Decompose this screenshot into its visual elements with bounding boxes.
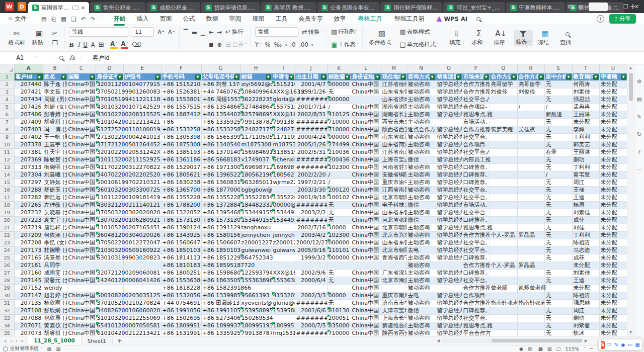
cell[interactable]: 271302200004241013 — [96, 134, 123, 141]
cell[interactable]: +86 18056219 — [161, 171, 201, 179]
cell[interactable]: China中国 — [67, 104, 96, 111]
filter-dropdown-icon[interactable]: ▼ — [61, 74, 66, 80]
cell[interactable]: China中国 — [67, 307, 96, 315]
cell[interactable]: 主动咨询 — [407, 270, 436, 277]
cell[interactable]: 何依涵 (女 — [43, 232, 67, 239]
cell[interactable]: 文静如 (女 — [43, 179, 67, 187]
cell[interactable]: ######### — [295, 300, 327, 307]
cell[interactable]: 陕西省西安 — [381, 330, 407, 336]
row-header-27[interactable]: 27 — [0, 270, 14, 277]
column-header-J[interactable]: J — [295, 64, 327, 73]
cell[interactable]: 180562196 — [272, 171, 295, 179]
cell[interactable]: 李婵 — [572, 126, 599, 134]
cell[interactable]: China中国 — [351, 89, 381, 96]
cell[interactable]: m1875308 — [272, 141, 295, 149]
cell[interactable]: 被动咨询 — [407, 262, 436, 270]
cell[interactable]: China中国 — [351, 111, 381, 119]
cell[interactable]: 155751588 — [272, 104, 295, 111]
help-icon[interactable]: ? — [638, 149, 641, 155]
cell[interactable]: / — [544, 104, 572, 111]
filter-dropdown-icon[interactable]: ▼ — [430, 74, 435, 80]
cell[interactable]: 2000/7/5 — [295, 322, 327, 330]
row-header-6[interactable]: 6 — [0, 111, 14, 119]
cell[interactable] — [351, 262, 381, 270]
cell[interactable]: 207265 — [14, 202, 43, 209]
cell[interactable]: 胡睿琪 (女 — [43, 119, 67, 126]
cell[interactable]: 135522834 — [240, 194, 272, 202]
cell[interactable]: +86 1391129694 — [201, 224, 240, 232]
cell[interactable] — [490, 156, 517, 164]
cell[interactable]: 微信 — [407, 156, 436, 164]
align-center-button[interactable]: ≡ — [192, 41, 197, 48]
cell[interactable]: China中国 — [351, 141, 381, 149]
cell[interactable]: China中国 — [67, 232, 96, 239]
cell[interactable]: China中国 — [351, 315, 381, 322]
row-header-31[interactable]: 31 — [0, 300, 14, 307]
header-cell[interactable]: 咨询方式▼ — [407, 73, 436, 81]
vertical-scrollbar-thumb[interactable] — [629, 73, 633, 101]
cell[interactable] — [490, 247, 517, 254]
cell[interactable]: 口碑推荐, — [462, 270, 490, 277]
sheet-tab-Sheet1[interactable]: Sheet1 — [82, 336, 113, 345]
cell[interactable] — [517, 322, 544, 330]
cell[interactable]: 无 — [544, 156, 572, 164]
cell[interactable]: 210303200509160922 — [96, 247, 123, 254]
edit-icon[interactable]: ✎ — [637, 114, 641, 120]
cell[interactable]: 180995193 — [240, 322, 272, 330]
cell[interactable]: 社交平台,/ — [462, 149, 490, 156]
file-tab[interactable]: S常州公积金 .xlsx — [90, 2, 145, 13]
row-header-28[interactable]: 28 — [0, 277, 14, 285]
cell[interactable]: 未分配 — [599, 96, 627, 104]
cell[interactable]: guiwanwei — [272, 247, 295, 254]
cell[interactable]: 主动咨询 — [407, 104, 436, 111]
cell[interactable]: 2002/9/6 — [295, 270, 327, 277]
cell[interactable]: China中国 — [351, 119, 381, 126]
column-header-Q[interactable]: Q — [490, 64, 517, 73]
eye-protect-icon[interactable]: ◉ — [519, 346, 523, 351]
cell[interactable]: 河北省张家 — [381, 217, 407, 224]
cell[interactable]: 无 — [544, 270, 572, 277]
cell[interactable]: +86 1506607386 — [201, 239, 240, 247]
cell[interactable] — [517, 217, 544, 224]
cell[interactable]: China中国 — [351, 247, 381, 254]
cell[interactable]: 未分配 — [572, 262, 599, 270]
row-header-22[interactable]: 22 — [0, 232, 14, 239]
cell[interactable]: 杨欣雨 (女 — [43, 300, 67, 307]
cell[interactable]: 口碑推荐, — [462, 217, 490, 224]
cell[interactable]: China中国 — [67, 89, 96, 96]
font-size-select[interactable]: 11˅ — [132, 27, 154, 37]
share-button[interactable]: ⤴分享 — [609, 14, 636, 24]
cell[interactable]: China中国 — [67, 239, 96, 247]
cell[interactable]: +86 1899937166 — [201, 322, 240, 330]
cell[interactable]: 155363896 — [240, 277, 272, 285]
cell[interactable]: 丁利利 — [572, 164, 599, 171]
cell[interactable]: 207369 — [14, 156, 43, 164]
tab-插入[interactable]: 插入 — [131, 14, 154, 24]
cell[interactable]: 340826200106060020 — [96, 307, 123, 315]
cell[interactable]: +86 15606475 — [161, 239, 201, 247]
cell[interactable]: 无 — [544, 232, 572, 239]
ink-icon[interactable]: ⊞˅ — [528, 346, 533, 351]
cell[interactable]: 无 — [544, 307, 572, 315]
cell[interactable]: China中国 — [67, 217, 96, 224]
cell[interactable]: 1997/2/21 — [295, 179, 327, 187]
cell[interactable]: 主动咨询 — [407, 171, 436, 179]
cell[interactable]: 江西省南昌 — [381, 187, 407, 194]
cell[interactable] — [517, 315, 544, 322]
cell[interactable]: 雅思考点,雅 — [462, 224, 490, 232]
cell[interactable]: 被动咨询 — [407, 164, 436, 171]
cell[interactable]: +86 1971300890 — [201, 164, 240, 171]
cell[interactable]: China中国 — [351, 330, 381, 336]
column-header-S[interactable]: S — [544, 64, 572, 73]
cell[interactable]: 杨眉 — [572, 202, 599, 209]
cell[interactable]: 207297 — [14, 179, 43, 187]
cell[interactable]: 留学总经办 — [436, 209, 462, 217]
cell[interactable]: 北京市朝阳 — [381, 224, 407, 232]
cell[interactable]: +86 15332585 — [161, 126, 201, 134]
cell[interactable]: 合作项目- — [462, 292, 490, 300]
ime-key-icon[interactable]: ▭ — [628, 342, 632, 347]
cell[interactable] — [517, 164, 544, 171]
cell[interactable]: 无 — [544, 224, 572, 232]
cell[interactable]: 被动咨询 — [407, 285, 436, 292]
cell[interactable]: +44 7460762888 — [201, 89, 240, 96]
